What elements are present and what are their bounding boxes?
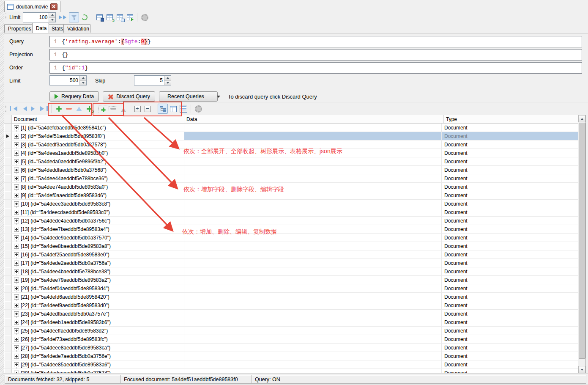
- document-cell[interactable]: [7] (id="5a4dee44aeddbf5e788bce36"): [12, 174, 184, 182]
- table-save-icon[interactable]: [95, 13, 104, 22]
- data-cell[interactable]: [184, 166, 442, 174]
- order-editor[interactable]: 1 {"id":1}: [49, 62, 582, 74]
- column-header-document[interactable]: Document: [12, 115, 184, 123]
- data-cell[interactable]: [184, 149, 442, 157]
- data-cell[interactable]: [184, 318, 442, 326]
- expander-icon[interactable]: [14, 193, 19, 198]
- row-selector[interactable]: [4, 225, 12, 233]
- row-selector[interactable]: [4, 318, 12, 326]
- document-cell[interactable]: [15] (id="5a4dee8baeddbf5de89583a8"): [12, 242, 184, 250]
- table-2-icon[interactable]: 2: [105, 13, 114, 22]
- document-cell[interactable]: [9] (id="5a4def0aaeddbf5de89583d6"): [12, 191, 184, 199]
- type-cell[interactable]: Document: [442, 208, 584, 216]
- type-cell[interactable]: Document: [442, 310, 584, 318]
- scrollbar-thumb[interactable]: [579, 123, 585, 359]
- expander-icon[interactable]: [14, 235, 19, 240]
- type-cell[interactable]: Document: [442, 191, 584, 199]
- data-cell[interactable]: [184, 174, 442, 182]
- document-cell[interactable]: [14] (id="5a4dede9aeddbf5db0a37570"): [12, 234, 184, 242]
- table-row[interactable]: [24] (id="5a4deeb1aeddbf5de89583b6") Doc…: [4, 318, 585, 327]
- data-cell[interactable]: [184, 344, 442, 352]
- row-selector[interactable]: [4, 191, 12, 199]
- spin-up-icon[interactable]: [80, 76, 86, 81]
- expander-icon[interactable]: [14, 142, 19, 147]
- document-cell[interactable]: [20] (id="5a4def04aeddbf5de89583d4"): [12, 284, 184, 292]
- row-selector[interactable]: [4, 242, 12, 250]
- data-cell[interactable]: [184, 157, 442, 165]
- document-cell[interactable]: [26] (id="5a4def73aeddbf5de89583fc"): [12, 335, 184, 343]
- table-row[interactable]: [13] (id="5a4dee7faeddbf5de89583a4") Doc…: [4, 225, 585, 234]
- expander-icon[interactable]: [14, 159, 19, 164]
- tab-data[interactable]: Data: [32, 23, 49, 33]
- tree-view-icon[interactable]: [158, 104, 168, 114]
- table-row[interactable]: [17] (id="5a4dede2aeddbf5db0a3756a") Doc…: [4, 259, 585, 267]
- table-view-icon[interactable]: [169, 104, 178, 113]
- scroll-down-icon[interactable]: [578, 366, 585, 373]
- table-row[interactable]: [11] (id="5a4deecdaeddbf5de89583c0") Doc…: [4, 208, 585, 217]
- expander-icon[interactable]: [14, 345, 19, 350]
- document-cell[interactable]: [11] (id="5a4deecdaeddbf5de89583c0"): [12, 208, 184, 216]
- limit-spinner-value[interactable]: 100: [23, 13, 49, 22]
- table-row[interactable]: [23] (id="5a4dedfbaeddbf5db0a3757e") Doc…: [4, 310, 585, 318]
- document-cell[interactable]: [10] (id="5a4deee3aeddbf5de89583c8"): [12, 200, 184, 208]
- column-header-data[interactable]: Data: [184, 115, 444, 123]
- type-cell[interactable]: Document: [442, 335, 584, 343]
- type-cell[interactable]: Document: [442, 149, 584, 157]
- add-data-icon[interactable]: [54, 104, 63, 113]
- tab-stats[interactable]: Stats: [48, 24, 64, 33]
- type-cell[interactable]: Document: [442, 242, 584, 250]
- data-cell[interactable]: [184, 327, 442, 335]
- type-cell[interactable]: Document: [442, 124, 584, 132]
- recent-queries-button[interactable]: Recent Queries: [159, 91, 218, 102]
- row-selector[interactable]: [4, 149, 12, 157]
- type-cell[interactable]: Document: [442, 327, 584, 335]
- expander-icon[interactable]: [14, 210, 19, 215]
- type-cell[interactable]: Document: [442, 217, 584, 225]
- table-row[interactable]: [18] (id="5a4dee4baeddbf5e788bce38") Doc…: [4, 267, 585, 276]
- data-cell[interactable]: [184, 250, 442, 258]
- vertical-scrollbar[interactable]: [578, 115, 585, 373]
- limit-spinner[interactable]: 100: [23, 12, 56, 22]
- expander-icon[interactable]: [14, 134, 19, 139]
- edit-field-icon[interactable]: [118, 104, 128, 113]
- row-selector[interactable]: [4, 293, 12, 301]
- type-cell[interactable]: Document: [442, 259, 584, 267]
- table-row[interactable]: [9] (id="5a4def0aaeddbf5de89583d6") Docu…: [4, 191, 585, 200]
- document-cell[interactable]: [25] (id="5a4deeffaeddbf5de89583d2"): [12, 327, 184, 335]
- projection-editor[interactable]: 1 {}: [49, 49, 582, 60]
- json-view-icon[interactable]: [179, 104, 188, 113]
- data-cell[interactable]: [184, 124, 442, 132]
- type-cell[interactable]: Document: [442, 174, 584, 182]
- type-cell[interactable]: Document: [442, 166, 584, 174]
- type-cell[interactable]: Document: [442, 318, 584, 326]
- requery-data-button[interactable]: Requery Data: [49, 91, 99, 102]
- table-row[interactable]: [8] (id="5a4dee74aeddbf5de89583a0") Docu…: [4, 183, 585, 191]
- row-selector[interactable]: [4, 344, 12, 352]
- document-cell[interactable]: [21] (id="5a4defd6aeddbf5de8958420"): [12, 293, 184, 301]
- expander-icon[interactable]: [14, 176, 19, 181]
- export-icon[interactable]: [125, 13, 134, 22]
- scroll-up-icon[interactable]: [578, 115, 585, 122]
- document-cell[interactable]: [5] (id="5a4deda0aeddbf5e9896f3b2"): [12, 157, 184, 165]
- document-cell[interactable]: [6] (id="5a4deddfaeddbf5db0a37568"): [12, 166, 184, 174]
- expander-icon[interactable]: [14, 337, 19, 342]
- data-cell[interactable]: [184, 234, 442, 242]
- tab-validation[interactable]: Validation: [63, 24, 90, 33]
- row-selector[interactable]: [4, 267, 12, 275]
- expander-icon[interactable]: [14, 354, 19, 359]
- data-cell[interactable]: [184, 132, 442, 140]
- spin-down-icon[interactable]: [80, 81, 86, 85]
- document-cell[interactable]: [29] (id="5a4dee85aeddbf5de89583a6"): [12, 360, 184, 368]
- type-cell[interactable]: Document: [442, 132, 584, 140]
- type-cell[interactable]: Document: [442, 225, 584, 233]
- data-cell[interactable]: [184, 225, 442, 233]
- expander-icon[interactable]: [14, 303, 19, 308]
- data-cell[interactable]: [184, 335, 442, 343]
- expander-icon[interactable]: [14, 278, 19, 283]
- delete-field-icon[interactable]: [108, 104, 118, 113]
- type-cell[interactable]: Document: [442, 344, 584, 352]
- document-cell[interactable]: [18] (id="5a4dee4baeddbf5e788bce38"): [12, 267, 184, 275]
- table-row[interactable]: [4] (id="5a4deea1aeddbf5de89583b0") Docu…: [4, 149, 585, 157]
- row-selector[interactable]: [4, 301, 12, 309]
- table-row[interactable]: [2] (id="5a4def51aeddbf5de89583f0") Docu…: [4, 132, 585, 140]
